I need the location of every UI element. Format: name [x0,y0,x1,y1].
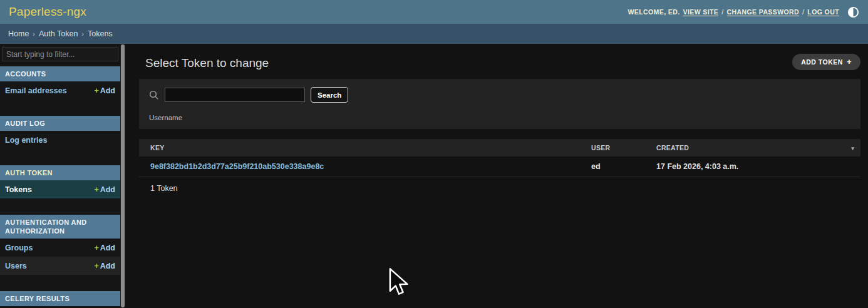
token-key-link[interactable]: 9e8f382bd1b2d3d77a25b9f210ab530e338a9e8c [150,162,324,171]
welcome-text: WELCOME, ED. [628,8,680,16]
breadcrumb-current: Tokens [88,29,113,38]
section-header: AUTH TOKEN [0,165,120,180]
add-token-button[interactable]: ADD TOKEN + [792,54,860,70]
sort-caret-icon[interactable]: ▾ [851,145,854,151]
app-brand-title[interactable]: Paperless-ngx [9,5,86,19]
view-site-link[interactable]: VIEW SITE [683,8,719,16]
column-header-user[interactable]: USER [585,139,650,157]
section-header: AUTHENTICATION AND AUTHORIZATION [0,215,120,239]
scrollbar-thumb[interactable] [121,44,125,307]
plus-icon: + [94,262,98,270]
model-link[interactable]: Groups [5,244,33,252]
log-out-link[interactable]: LOG OUT [807,8,839,16]
user-tools: WELCOME, ED. VIEW SITE / CHANGE PASSWORD… [628,6,859,18]
model-link[interactable]: Log entries [5,136,47,145]
model-link[interactable]: Email addresses [5,86,67,95]
sidebar-section-auth-and-authz: AUTHENTICATION AND AUTHORIZATION Groups … [0,215,120,275]
section-header: CELERY RESULTS [0,291,120,306]
add-email-address-link[interactable]: +Add [94,86,115,95]
section-header: AUDIT LOG [0,116,120,131]
link-separator: / [721,8,723,16]
add-token-link[interactable]: +Add [94,185,115,194]
search-button[interactable]: Search [311,87,348,103]
plus-icon: + [847,59,852,65]
plus-icon: + [94,185,98,194]
page-title: Select Token to change [145,56,269,70]
breadcrumb: Home › Auth Token › Tokens [0,24,868,44]
result-count: 1 Token [139,177,860,200]
token-created-cell: 17 Feb 2026, 4:03 a.m. [650,157,860,177]
main-content: Select Token to change ADD TOKEN + Searc… [125,44,868,308]
breadcrumb-separator: › [33,30,35,38]
breadcrumb-home[interactable]: Home [8,29,29,38]
theme-toggle-icon[interactable] [847,6,859,18]
model-link[interactable]: Users [5,262,27,270]
sidebar-item-email-addresses[interactable]: Email addresses +Add [0,81,120,100]
nav-sidebar: ACCOUNTS Email addresses +Add AUDIT LOG … [0,44,125,308]
column-header-created[interactable]: CREATED ▾ [650,139,860,157]
sidebar-section-accounts: ACCOUNTS Email addresses +Add [0,66,120,100]
sidebar-item-groups[interactable]: Groups +Add [0,239,120,257]
sidebar-section-auth-token: AUTH TOKEN Tokens +Add [0,165,120,198]
search-input[interactable] [165,88,305,102]
token-key-cell: 9e8f382bd1b2d3d77a25b9f210ab530e338a9e8c [139,157,585,177]
add-group-link[interactable]: +Add [94,244,115,252]
plus-icon: + [94,244,98,252]
sidebar-item-users[interactable]: Users +Add [0,257,120,275]
table-header-row: KEY USER CREATED ▾ [139,139,860,157]
top-header-bar: Paperless-ngx WELCOME, ED. VIEW SITE / C… [0,0,868,24]
add-user-link[interactable]: +Add [94,262,115,270]
sidebar-item-tokens[interactable]: Tokens +Add [0,180,120,198]
model-link[interactable]: Tokens [5,185,32,194]
sidebar-filter-input[interactable] [2,47,118,61]
search-module: Search Username [139,79,860,129]
search-icon [149,90,159,100]
change-password-link[interactable]: CHANGE PASSWORD [727,8,799,16]
sidebar-section-celery-results: CELERY RESULTS [0,291,120,306]
plus-icon: + [94,86,98,95]
sidebar-item-log-entries[interactable]: Log entries [0,131,120,149]
table-row: 9e8f382bd1b2d3d77a25b9f210ab530e338a9e8c… [139,157,860,177]
column-header-key[interactable]: KEY [139,139,585,157]
link-separator: / [802,8,804,16]
section-header: ACCOUNTS [0,66,120,81]
token-user-cell: ed [585,157,650,177]
mouse-cursor [388,268,410,298]
token-result-table: KEY USER CREATED ▾ 9e8f382bd1b2d3d77a25b… [139,139,860,177]
username-filter-label: Username [149,114,850,121]
sidebar-section-audit-log: AUDIT LOG Log entries [0,116,120,149]
breadcrumb-separator: › [81,30,84,38]
breadcrumb-app[interactable]: Auth Token [39,29,78,38]
sidebar-scrollbar[interactable] [120,44,125,308]
